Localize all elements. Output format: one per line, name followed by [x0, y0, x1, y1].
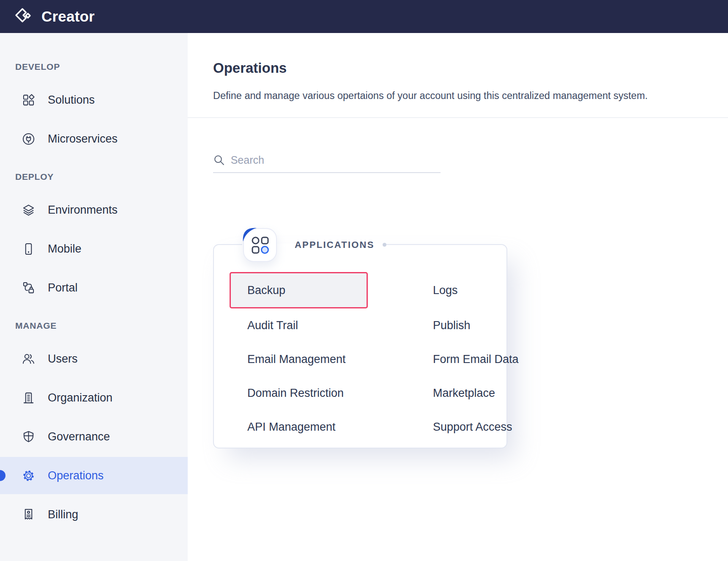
- sidebar-item-environments[interactable]: Environments: [0, 197, 188, 223]
- sidebar-item-solutions[interactable]: Solutions: [0, 87, 188, 113]
- app-link-label: Logs: [433, 284, 458, 297]
- layers-icon: [22, 204, 35, 217]
- sidebar-item-microservices[interactable]: Microservices: [0, 126, 188, 152]
- sidebar-item-organization[interactable]: Organization: [0, 385, 188, 411]
- gear-icon: [22, 469, 35, 482]
- sidebar-section-heading-deploy: DEPLOY: [15, 171, 188, 182]
- shield-icon: [22, 430, 35, 443]
- sidebar-item-label: Microservices: [48, 132, 118, 146]
- active-item-indicator: [0, 470, 5, 481]
- app-link-backup[interactable]: Backup: [230, 272, 368, 308]
- app-link-label: Email Management: [247, 353, 346, 366]
- app-link-label: Form Email Data: [433, 353, 519, 366]
- search-icon: [213, 154, 225, 166]
- sidebar-section-deploy: DEPLOY Environments Mobile: [0, 171, 188, 301]
- sidebar-item-label: Users: [48, 352, 78, 366]
- app-link-label: Backup: [247, 284, 285, 297]
- page-header: Operations Define and manage various ope…: [188, 33, 728, 118]
- app-title: Creator: [41, 8, 95, 25]
- sidebar-section-develop: DEVELOP Solutions Microservices: [0, 61, 188, 152]
- sidebar-section-heading-manage: MANAGE: [15, 320, 188, 331]
- grid-diamond-icon: [22, 94, 35, 107]
- sidebar-item-mobile[interactable]: Mobile: [0, 236, 188, 262]
- mobile-icon: [22, 242, 35, 256]
- topbar: Creator: [0, 0, 728, 33]
- users-icon: [22, 352, 35, 366]
- app-link-support-access[interactable]: Support Access: [415, 410, 519, 444]
- sidebar-item-governance[interactable]: Governance: [0, 424, 188, 450]
- applications-card-title: APPLICATIONS: [295, 239, 375, 250]
- sidebar-item-label: Environments: [48, 204, 118, 217]
- building-icon: [22, 391, 35, 404]
- app-link-audit-trail[interactable]: Audit Trail: [230, 308, 368, 342]
- app-link-publish[interactable]: Publish: [415, 308, 519, 342]
- creator-logo-icon: [14, 7, 33, 26]
- app-link-label: Audit Trail: [247, 319, 298, 332]
- blue-crescent-icon: [241, 226, 260, 245]
- legend-connector-dot: [383, 243, 386, 247]
- app-link-backup-cell: Backup: [230, 272, 368, 308]
- page-subtitle: Define and manage various opertaions of …: [213, 89, 703, 102]
- receipt-icon: [22, 508, 35, 521]
- applications-card: APPLICATIONS Backup Logs Audit Trail Pub: [213, 244, 507, 448]
- sidebar-item-billing[interactable]: Billing: [0, 501, 188, 528]
- app-link-label: API Management: [247, 421, 336, 434]
- app-link-marketplace[interactable]: Marketplace: [415, 376, 519, 410]
- sidebar-item-label: Governance: [48, 430, 110, 443]
- search-input[interactable]: [231, 154, 441, 166]
- app-link-form-email-data[interactable]: Form Email Data: [415, 342, 519, 376]
- sidebar-item-label: Organization: [48, 391, 112, 404]
- sidebar-item-label: Operations: [48, 469, 104, 482]
- sidebar-item-users[interactable]: Users: [0, 346, 188, 372]
- sidebar-item-label: Solutions: [48, 94, 95, 107]
- applications-list: Backup Logs Audit Trail Publish Email Ma…: [214, 245, 506, 444]
- plug-icon: [22, 132, 35, 146]
- main-content: Operations Define and manage various ope…: [188, 33, 728, 561]
- sidebar: DEVELOP Solutions Microservices: [0, 33, 188, 561]
- app-link-logs[interactable]: Logs: [415, 272, 519, 308]
- sidebar-section-heading-develop: DEVELOP: [15, 61, 188, 72]
- app-link-domain-restriction[interactable]: Domain Restriction: [230, 376, 368, 410]
- app-link-label: Support Access: [433, 421, 512, 434]
- sidebar-item-label: Billing: [48, 508, 78, 521]
- sidebar-item-portal[interactable]: Portal: [0, 275, 188, 301]
- page-title: Operations: [213, 59, 703, 77]
- sidebar-item-label: Mobile: [48, 242, 82, 256]
- app-link-email-management[interactable]: Email Management: [230, 342, 368, 376]
- app-link-api-management[interactable]: API Management: [230, 410, 368, 444]
- search-field: [213, 154, 441, 173]
- app-link-label: Marketplace: [433, 387, 495, 400]
- applications-badge: [243, 228, 277, 262]
- app-link-label: Publish: [433, 319, 471, 332]
- sidebar-item-label: Portal: [48, 281, 78, 294]
- portal-lock-icon: [22, 281, 35, 294]
- sidebar-item-operations[interactable]: Operations: [0, 457, 188, 494]
- app-link-label: Domain Restriction: [247, 387, 344, 400]
- sidebar-section-manage: MANAGE Users Organization: [0, 320, 188, 528]
